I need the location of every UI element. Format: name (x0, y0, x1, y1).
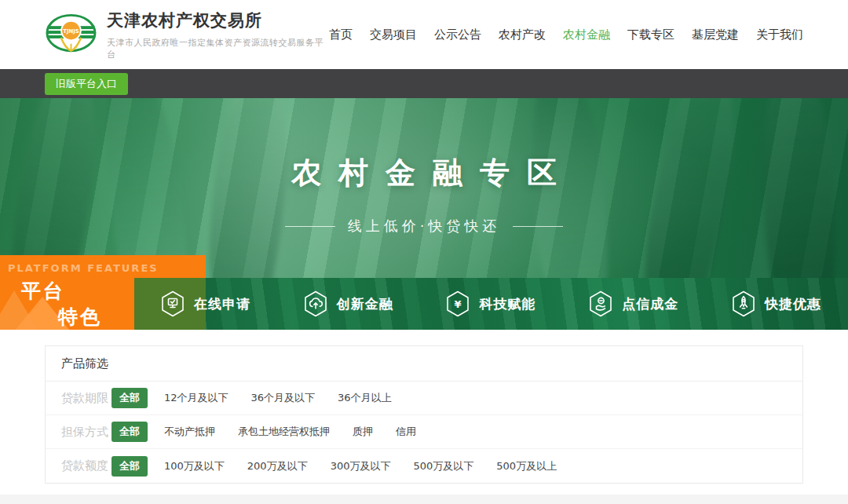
filter-row-loan-term: 贷款期限 全部 12个月及以下 36个月及以下 36个月以上 (46, 382, 802, 415)
brand-text: 天津农村产权交易所 天津市人民政府唯一指定集体资产资源流转交易服务平台 (107, 9, 329, 60)
banner-subtitle-row: 线上低价·快贷快还 (0, 217, 848, 236)
filter-option[interactable]: 200万及以下 (247, 459, 308, 473)
nav-item-trade-projects[interactable]: 交易项目 (370, 27, 417, 42)
tab-innovative-finance[interactable]: 创新金融 (277, 278, 420, 330)
filter-row-loan-amount: 贷款额度 全部 100万及以下 200万及以下 300万及以下 500万及以下 … (46, 449, 802, 483)
svg-text:¥: ¥ (455, 298, 462, 310)
filter-option[interactable]: 质押 (353, 425, 373, 439)
tab-label: 在线申请 (194, 295, 250, 313)
nav-item-rural-reform[interactable]: 农村产改 (499, 27, 546, 42)
filter-options: 不动产抵押 承包土地经营权抵押 质押 信用 (164, 425, 416, 439)
features-title-line2: 特色 (58, 304, 134, 330)
logo-text: TJNJS (63, 28, 79, 35)
features-title-line1: 平台 (21, 278, 134, 304)
nav-item-about-us[interactable]: 关于我们 (756, 27, 803, 42)
banner-content: 农村金融专区 线上低价·快贷快还 (0, 153, 848, 236)
filter-all-button[interactable]: 全部 (111, 388, 148, 408)
nav-item-party-building[interactable]: 基层党建 (692, 27, 739, 42)
main-nav: 首页 交易项目 公示公告 农村产改 农村金融 下载专区 基层党建 关于我们 (329, 27, 803, 42)
subtitle-right-line (513, 226, 563, 227)
nav-item-rural-finance[interactable]: 农村金融 (563, 27, 610, 42)
site-logo-icon: TJNJS (45, 9, 97, 60)
tab-label: 快捷优惠 (765, 295, 821, 313)
filter-option[interactable]: 500万及以上 (496, 459, 557, 473)
brand: TJNJS 天津农村产权交易所 天津市人民政府唯一指定集体资产资源流转交易服务平… (45, 9, 329, 60)
site-title: 天津农村产权交易所 (107, 9, 329, 31)
filter-label: 贷款额度 (61, 458, 110, 473)
old-platform-entry-button[interactable]: 旧版平台入口 (45, 73, 128, 95)
tab-online-apply[interactable]: 在线申请 (134, 278, 277, 330)
product-filter-panel: 产品筛选 贷款期限 全部 12个月及以下 36个月及以下 36个月以上 担保方式… (45, 345, 803, 484)
filter-option[interactable]: 36个月以上 (338, 391, 392, 405)
banner-subtitle: 线上低价·快贷快还 (348, 217, 501, 236)
page: TJNJS 天津农村产权交易所 天津市人民政府唯一指定集体资产资源流转交易服务平… (0, 0, 848, 504)
filter-option[interactable]: 300万及以下 (331, 459, 391, 473)
hand-coin-icon (589, 290, 612, 317)
tab-tech-empowerment[interactable]: ¥ 科技赋能 (420, 278, 563, 330)
features-eyebrow: PLATFORM FEATURES (0, 255, 134, 274)
filter-option[interactable]: 36个月及以下 (251, 391, 316, 405)
tab-quick-discount[interactable]: 快捷优惠 (705, 278, 848, 330)
filter-option[interactable]: 500万及以下 (413, 459, 473, 473)
nav-item-announcements[interactable]: 公示公告 (434, 27, 481, 42)
tab-label: 创新金融 (337, 295, 393, 313)
filter-option[interactable]: 承包土地经营权抵押 (238, 425, 330, 439)
cloud-upload-icon (304, 290, 327, 317)
tab-label: 点信成金 (622, 295, 678, 313)
filter-option[interactable]: 信用 (396, 425, 416, 439)
filter-panel-title: 产品筛选 (46, 346, 802, 382)
monitor-check-icon (161, 290, 185, 317)
filter-option[interactable]: 不动产抵押 (164, 425, 215, 439)
tab-label: 科技赋能 (479, 295, 535, 313)
platform-features-block: PLATFORM FEATURES 平台 特色 (0, 255, 134, 330)
filter-label: 担保方式 (61, 425, 110, 440)
rocket-icon (732, 290, 755, 317)
filter-label: 贷款期限 (61, 391, 110, 406)
filter-all-button[interactable]: 全部 (111, 422, 148, 442)
subtitle-left-line (285, 226, 335, 227)
site-subtitle: 天津市人民政府唯一指定集体资产资源流转交易服务平台 (107, 37, 329, 60)
filter-options: 12个月及以下 36个月及以下 36个月以上 (164, 391, 392, 405)
hero-banner: 农村金融专区 线上低价·快贷快还 PLATFORM FEATURES 平台 特色 (0, 98, 848, 330)
filter-all-button[interactable]: 全部 (111, 456, 148, 477)
yen-icon: ¥ (446, 290, 470, 317)
banner-title: 农村金融专区 (0, 153, 848, 193)
filter-option[interactable]: 12个月及以下 (164, 391, 228, 405)
nav-item-home[interactable]: 首页 (329, 27, 353, 42)
site-header: TJNJS 天津农村产权交易所 天津市人民政府唯一指定集体资产资源流转交易服务平… (0, 0, 848, 69)
nav-item-downloads[interactable]: 下载专区 (627, 27, 674, 42)
feature-tabbar: 在线申请 创新金融 ¥ 科技赋能 (134, 278, 848, 330)
filter-option[interactable]: 100万及以下 (164, 459, 225, 473)
secondary-topbar: 旧版平台入口 (0, 69, 848, 98)
filter-options: 100万及以下 200万及以下 300万及以下 500万及以下 500万及以上 (164, 459, 557, 473)
filter-row-guarantee-method: 担保方式 全部 不动产抵押 承包土地经营权抵押 质押 信用 (46, 415, 802, 449)
tab-credit-gold[interactable]: 点信成金 (562, 278, 705, 330)
page-footer-strip (0, 495, 848, 504)
